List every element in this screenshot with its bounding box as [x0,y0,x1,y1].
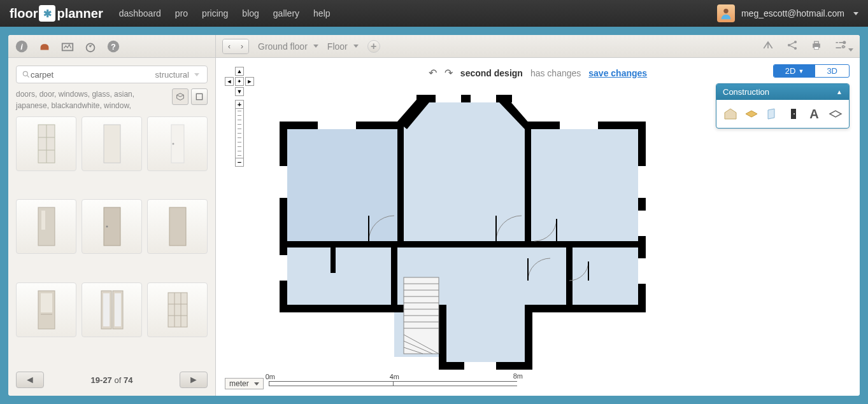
tool-door[interactable] [785,105,802,123]
pager-next[interactable]: ► [180,372,208,388]
construction-header[interactable]: Construction ▲ [716,84,849,100]
svg-rect-90 [318,122,356,129]
zoom-tick[interactable] [235,153,244,158]
scale-0: 0m [266,373,275,380]
construction-title: Construction [723,87,769,97]
tool-wall[interactable] [764,105,781,123]
print-icon[interactable] [810,39,823,54]
item-screen-door[interactable] [16,282,76,337]
pager-prev[interactable]: ◄ [16,372,44,388]
tool-room[interactable] [722,105,739,123]
canvas-toolbar-left: ‹ › Ground floor Floor + [222,39,380,54]
tool-dimension[interactable] [827,105,844,123]
svg-rect-42 [815,46,819,49]
svg-rect-93 [471,95,496,102]
tool-floor[interactable] [743,105,760,123]
item-plain-door[interactable] [82,116,142,171]
item-double-door[interactable] [82,282,142,337]
info-icon[interactable]: i [13,38,30,55]
view-3d-icon[interactable] [172,88,189,105]
zoom-tick[interactable] [235,144,244,149]
nav-blog[interactable]: blog [242,8,259,18]
svg-point-37 [794,46,797,49]
redo-icon[interactable]: ↷ [445,67,453,79]
chevron-down-icon [848,48,853,52]
tool-text[interactable]: A [806,105,823,123]
item-grid-window[interactable] [147,282,208,337]
zoom-out[interactable]: − [235,158,244,167]
zoom-tick[interactable] [235,109,244,113]
category-select[interactable]: structural [153,70,202,80]
undo-icon[interactable]: ↶ [429,67,437,79]
svg-rect-65 [397,125,404,246]
view-toggle [172,88,208,105]
floor-select[interactable]: Floor [327,41,359,52]
zoom-tick[interactable] [235,140,244,144]
zoom-tick[interactable] [235,127,244,131]
svg-point-44 [793,113,795,115]
nav-back[interactable]: ‹ [223,39,236,53]
share-icon[interactable] [786,39,799,54]
zoom-in[interactable]: + [235,100,244,109]
pan-center[interactable]: ✦ [235,77,244,86]
nav-forward[interactable]: › [236,39,248,53]
nav-pricing[interactable]: pricing [202,8,228,18]
svg-point-36 [794,40,797,43]
save-changes-link[interactable]: save changes [588,68,647,78]
zoom-track: + − [235,100,244,167]
top-navbar-left: floor ✱ planner dashboard pro pricing bl… [10,5,331,22]
nav-dashboard[interactable]: dashboard [119,8,161,18]
item-panel-door[interactable] [82,199,142,254]
view-2d[interactable]: 2D▼ [774,65,816,77]
pan-down[interactable]: ▼ [235,87,244,96]
search-box[interactable]: structural [16,66,208,83]
svg-rect-89 [638,258,646,284]
svg-rect-47 [528,128,643,242]
unit-select[interactable]: meter [225,378,264,389]
sidebar: i ? structural doors, door, windows, gla… [8,35,216,396]
pager-range: 19-27 [91,375,112,385]
pan-zoom-widget: ▲ ◄✦► ▼ + − [225,67,254,167]
chevron-down-icon [254,382,259,386]
canvas[interactable]: ↶ ↷ second design has changes save chang… [216,58,860,396]
construction-tools: A [716,100,849,128]
floor-ground-select[interactable]: Ground floor [258,41,318,52]
svg-rect-45 [286,128,401,242]
floorplan[interactable] [273,90,655,376]
pan-up[interactable]: ▲ [235,67,244,76]
svg-rect-23 [41,293,52,312]
pan-left[interactable]: ◄ [225,77,234,86]
history-nav: ‹ › [222,39,249,54]
tag-row: doors, door, windows, glass, asian, japa… [8,88,215,116]
item-solid-door[interactable] [147,199,208,254]
settings-icon[interactable] [834,39,853,54]
view-2d-icon[interactable] [191,88,208,105]
photos-icon[interactable] [59,38,76,55]
search-input[interactable] [31,70,153,80]
nav-help[interactable]: help [313,8,330,18]
zoom-tick[interactable] [235,113,244,118]
item-glass-door[interactable] [147,116,208,171]
export-icon[interactable] [762,39,774,54]
add-floor-button[interactable]: + [367,40,380,53]
zoom-tick[interactable] [235,149,244,153]
user-menu[interactable]: meg_escott@hotmail.com [717,4,858,22]
sidebar-toolbar: i ? [8,35,215,58]
logo[interactable]: floor ✱ planner [10,5,103,22]
furniture-icon[interactable] [36,38,53,55]
nav-gallery[interactable]: gallery [273,8,299,18]
item-panel-door-light[interactable] [16,199,76,254]
zoom-tick[interactable] [235,118,244,122]
view-3d[interactable]: 3D [815,65,849,77]
nav-pro[interactable]: pro [175,8,188,18]
zoom-tick[interactable] [235,131,244,136]
scale-8: 8m [513,372,523,380]
pan-right[interactable]: ► [245,77,254,86]
item-shoji-door[interactable] [16,116,76,171]
chevron-down-icon [353,45,359,48]
zoom-tick[interactable] [235,136,244,140]
zoom-tick[interactable] [235,122,244,127]
compass-icon[interactable] [82,38,99,55]
help-icon[interactable]: ? [105,38,122,55]
nav-links: dashboard pro pricing blog gallery help [119,8,331,18]
